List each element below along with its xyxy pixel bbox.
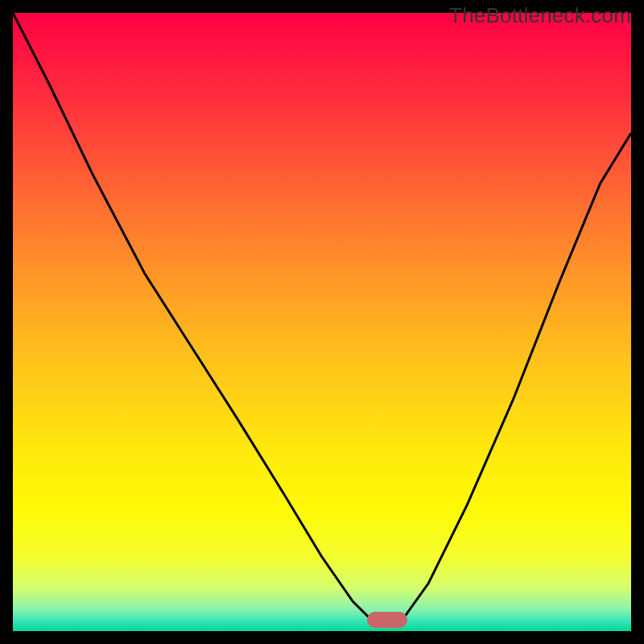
chart-container: TheBottleneck.com	[0, 0, 644, 644]
plot-area	[13, 13, 631, 631]
chart-svg	[13, 13, 631, 631]
optimal-marker	[367, 612, 407, 628]
gradient-bg	[13, 13, 631, 631]
watermark-text: TheBottleneck.com	[449, 3, 631, 28]
